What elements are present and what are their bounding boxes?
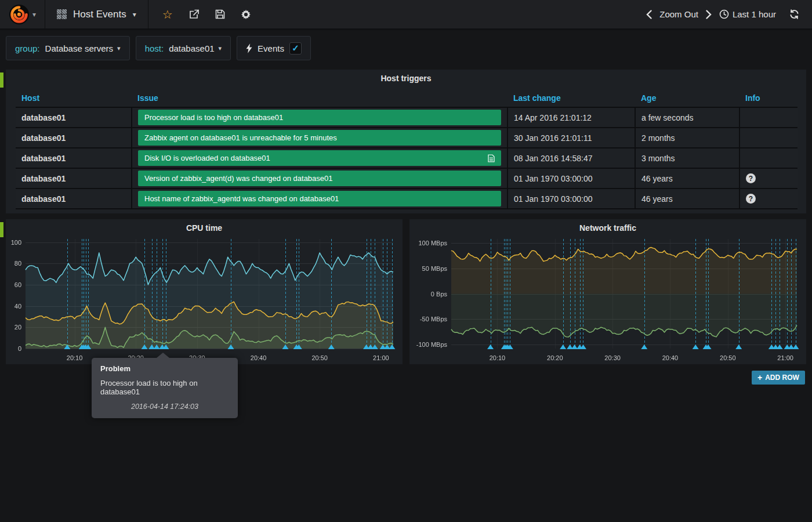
panel-title[interactable]: Host triggers — [6, 70, 806, 83]
checkmark-icon: ✓ — [292, 43, 299, 53]
events-checkbox[interactable]: ✓ — [289, 42, 302, 55]
age-cell: a few seconds — [635, 107, 740, 128]
table-row: database01 Disk I/O is overloaded on dat… — [16, 148, 798, 168]
add-row-button[interactable]: + ADD ROW — [752, 371, 805, 385]
network-traffic-panel: Network traffic — [409, 219, 806, 364]
time-range-label: Last 1 hour — [733, 9, 776, 19]
group-variable-dropdown[interactable]: group: Database servers ▾ — [6, 36, 130, 60]
tooltip-text: Processor load is too high on database01 — [100, 379, 229, 396]
network-chart-canvas[interactable] — [409, 233, 806, 364]
star-icon[interactable]: ☆ — [162, 9, 173, 20]
cpu-time-panel: CPU time — [6, 219, 403, 364]
panel-title[interactable]: Network traffic — [409, 219, 806, 233]
tooltip-timestamp: 2016-04-14 17:24:03 — [100, 403, 229, 411]
table-row: database01 Processor load is too high on… — [16, 107, 798, 128]
lightning-bolt-icon — [246, 44, 252, 53]
issue-text: Zabbix agent on database01 is unreachabl… — [144, 133, 337, 142]
group-variable-label: group: — [15, 44, 40, 53]
dashboard-title: Host Events — [73, 9, 126, 20]
chevron-left-icon[interactable] — [646, 10, 652, 19]
table-row: database01 Version of zabbix_agent(d) wa… — [16, 168, 798, 188]
host-cell: database01 — [16, 168, 132, 188]
age-cell: 2 months — [635, 128, 740, 148]
tooltip-title: Problem — [100, 364, 229, 373]
grafana-logo-menu[interactable]: ▾ — [0, 0, 45, 30]
time-controls: Zoom Out Last 1 hour — [646, 9, 812, 19]
dashboard-grid-icon — [57, 9, 67, 19]
grafana-logo-icon — [9, 4, 30, 25]
annotation-tooltip: Problem Processor load is too high on da… — [92, 358, 238, 418]
age-cell: 46 years — [635, 188, 740, 209]
info-cell: ? — [740, 168, 798, 188]
dashboard-actions: ☆ — [148, 9, 265, 20]
last-change-cell: 08 Jan 2016 14:58:47 — [507, 148, 635, 168]
last-change-cell: 14 Apr 2016 21:01:12 — [507, 107, 635, 128]
trigger-severity-badge[interactable]: Host name of zabbix_agentd was changed o… — [138, 191, 501, 206]
host-variable-label: host: — [145, 44, 164, 53]
tooltip-arrow — [157, 353, 169, 358]
trigger-severity-badge[interactable]: Version of zabbix_agent(d) was changed o… — [138, 171, 501, 186]
table-row: database01 Host name of zabbix_agentd wa… — [16, 188, 798, 209]
dashboard-picker[interactable]: Host Events ▾ — [45, 0, 148, 30]
document-icon[interactable] — [488, 154, 495, 162]
last-change-cell: 01 Jan 1970 03:00:00 — [507, 168, 635, 188]
trigger-severity-badge[interactable]: Disk I/O is overloaded on database01 — [138, 150, 501, 166]
events-annotation-toggle[interactable]: Events ✓ — [237, 36, 311, 60]
issue-text: Processor load is too high on database01 — [144, 113, 283, 122]
settings-gear-icon[interactable] — [241, 9, 251, 20]
logo-dropdown-caret: ▾ — [32, 10, 36, 19]
host-triggers-panel: Host triggers Host Issue Last change Age… — [6, 70, 806, 213]
save-icon[interactable] — [215, 9, 225, 19]
trigger-severity-badge[interactable]: Zabbix agent on database01 is unreachabl… — [138, 130, 501, 146]
chevron-right-icon[interactable] — [706, 10, 712, 19]
clock-icon — [719, 9, 729, 19]
age-cell: 46 years — [635, 168, 740, 188]
question-circle-icon[interactable]: ? — [746, 173, 756, 183]
group-variable-value: Database servers — [45, 44, 114, 53]
column-header-age[interactable]: Age — [635, 89, 740, 107]
events-label: Events — [258, 44, 284, 53]
question-circle-icon[interactable]: ? — [746, 194, 756, 204]
column-header-info[interactable]: Info — [740, 89, 798, 107]
cpu-chart-canvas[interactable] — [6, 233, 403, 364]
chevron-down-icon: ▾ — [117, 45, 121, 52]
column-header-issue[interactable]: Issue — [132, 89, 507, 107]
issue-text: Version of zabbix_agent(d) was changed o… — [144, 174, 333, 183]
top-navbar: ▾ Host Events ▾ ☆ Zoom Out — [0, 0, 812, 30]
issue-text: Disk I/O is overloaded on database01 — [144, 154, 270, 162]
row-collapse-handle[interactable] — [0, 72, 3, 88]
host-cell: database01 — [16, 148, 132, 168]
chevron-down-icon: ▾ — [219, 45, 222, 52]
info-cell — [740, 128, 798, 148]
template-variables-row: group: Database servers ▾ host: database… — [6, 36, 311, 60]
add-row-label: ADD ROW — [765, 374, 799, 382]
share-icon[interactable] — [188, 9, 200, 19]
zoom-out-button[interactable]: Zoom Out — [659, 9, 698, 19]
dashboard-title-caret: ▾ — [133, 10, 136, 19]
triggers-table: Host Issue Last change Age Info database… — [16, 89, 798, 209]
host-variable-dropdown[interactable]: host: database01 ▾ — [136, 36, 231, 60]
plus-icon: + — [757, 373, 762, 382]
panel-title[interactable]: CPU time — [6, 219, 403, 233]
info-cell — [740, 148, 798, 168]
host-variable-value: database01 — [169, 44, 214, 53]
refresh-icon[interactable] — [789, 9, 799, 19]
host-cell: database01 — [16, 128, 132, 148]
issue-text: Host name of zabbix_agentd was changed o… — [144, 194, 339, 203]
age-cell: 3 months — [635, 148, 740, 168]
row-collapse-handle[interactable] — [0, 222, 3, 237]
column-header-last-change[interactable]: Last change — [507, 89, 635, 107]
host-cell: database01 — [16, 107, 132, 128]
table-row: database01 Zabbix agent on database01 is… — [16, 128, 798, 148]
time-range-picker[interactable]: Last 1 hour — [719, 9, 776, 19]
table-header-row: Host Issue Last change Age Info — [16, 89, 798, 107]
column-header-host[interactable]: Host — [16, 89, 132, 107]
info-cell — [740, 107, 798, 128]
info-cell: ? — [740, 188, 798, 209]
host-cell: database01 — [16, 188, 132, 209]
trigger-severity-badge[interactable]: Processor load is too high on database01 — [138, 110, 501, 125]
last-change-cell: 01 Jan 1970 03:00:00 — [507, 188, 635, 209]
last-change-cell: 30 Jan 2016 21:01:11 — [507, 128, 635, 148]
